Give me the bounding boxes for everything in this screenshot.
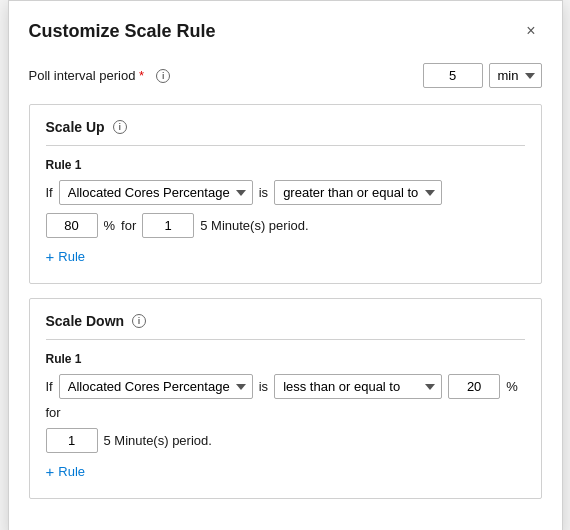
customize-scale-rule-dialog: Customize Scale Rule × Poll interval per… [8, 0, 563, 530]
scale-up-if-text: If [46, 185, 53, 200]
scale-up-info-icon: i [113, 120, 127, 134]
poll-label-text: Poll interval period [29, 68, 136, 83]
poll-unit-select[interactable]: min sec hr [489, 63, 542, 88]
scale-up-unit: % [104, 218, 116, 233]
scale-up-title-text: Scale Up [46, 119, 105, 135]
scale-down-unit: % [506, 379, 518, 394]
scale-up-period-suffix: 5 Minute(s) period. [200, 218, 308, 233]
scale-down-period-suffix: 5 Minute(s) period. [104, 433, 212, 448]
scale-down-section: Scale Down i Rule 1 If Allocated Cores P… [29, 298, 542, 499]
poll-input-group: min sec hr [423, 63, 542, 88]
scale-up-add-rule-button[interactable]: + Rule [46, 244, 86, 269]
scale-up-metric-select[interactable]: Allocated Cores Percentage CPU Usage Mem… [59, 180, 253, 205]
scale-down-title: Scale Down i [46, 313, 525, 340]
scale-up-rule-label: Rule 1 [46, 158, 525, 172]
scale-up-rule-row: If Allocated Cores Percentage CPU Usage … [46, 180, 525, 205]
scale-down-for-text: for [46, 405, 61, 420]
dialog-header: Customize Scale Rule × [9, 1, 562, 53]
scale-down-if-text: If [46, 379, 53, 394]
required-indicator: * [139, 68, 144, 83]
scale-down-period-input[interactable] [46, 428, 98, 453]
scale-down-add-rule-button[interactable]: + Rule [46, 459, 86, 484]
scale-up-plus-icon: + [46, 248, 55, 265]
scale-up-comparator-select[interactable]: greater than or equal to less than or eq… [274, 180, 442, 205]
scale-down-plus-icon: + [46, 463, 55, 480]
scale-up-section: Scale Up i Rule 1 If Allocated Cores Per… [29, 104, 542, 284]
scale-down-period-row: 5 Minute(s) period. [46, 428, 525, 453]
scale-up-title: Scale Up i [46, 119, 525, 146]
scale-down-rule-label: Rule 1 [46, 352, 525, 366]
dialog-title: Customize Scale Rule [29, 21, 216, 42]
poll-info-icon: i [156, 69, 170, 83]
scale-up-period-input[interactable] [142, 213, 194, 238]
scale-up-for-text: for [121, 218, 136, 233]
poll-interval-label: Poll interval period * [29, 68, 145, 83]
scale-up-threshold-row: % for 5 Minute(s) period. [46, 213, 525, 238]
scale-down-rule-row: If Allocated Cores Percentage CPU Usage … [46, 374, 525, 420]
dialog-body: Poll interval period * i min sec hr Scal… [9, 53, 562, 530]
poll-interval-input[interactable] [423, 63, 483, 88]
scale-down-comparator-select[interactable]: less than or equal to greater than or eq… [274, 374, 442, 399]
scale-down-title-text: Scale Down [46, 313, 125, 329]
scale-down-add-rule-label: Rule [58, 464, 85, 479]
close-button[interactable]: × [520, 19, 541, 43]
scale-up-is-text: is [259, 185, 268, 200]
scale-down-info-icon: i [132, 314, 146, 328]
scale-down-threshold-input[interactable] [448, 374, 500, 399]
poll-interval-row: Poll interval period * i min sec hr [29, 53, 542, 104]
scale-up-threshold-input[interactable] [46, 213, 98, 238]
scale-down-is-text: is [259, 379, 268, 394]
scale-down-metric-select[interactable]: Allocated Cores Percentage CPU Usage Mem… [59, 374, 253, 399]
scale-up-add-rule-label: Rule [58, 249, 85, 264]
